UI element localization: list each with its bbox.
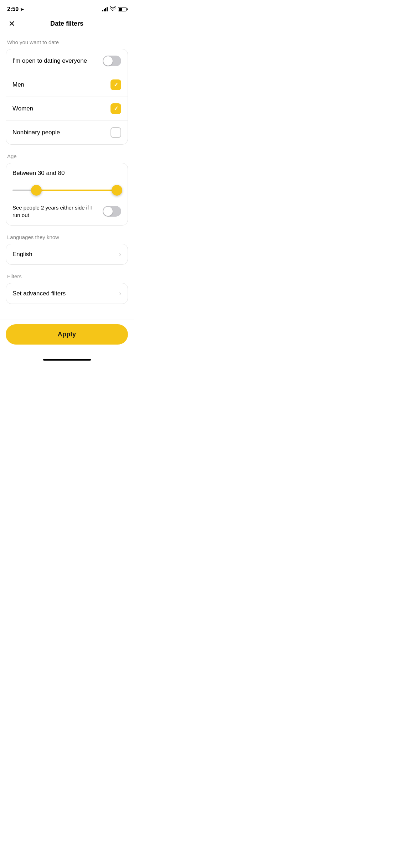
slider-track <box>12 190 121 191</box>
signal-icon <box>102 7 108 11</box>
header: ✕ Date filters <box>0 16 134 32</box>
page-title: Date filters <box>50 20 83 27</box>
home-bar <box>43 359 91 361</box>
age-slider[interactable] <box>12 183 121 197</box>
filters-card: Set advanced filters › <box>6 283 128 304</box>
women-label: Women <box>12 105 33 112</box>
slider-thumb-max[interactable] <box>112 185 122 196</box>
open-to-everyone-label: I'm open to dating everyone <box>12 57 87 64</box>
age-extend-label: See people 2 years either side if I run … <box>12 204 103 219</box>
chevron-right-icon: › <box>119 250 121 258</box>
home-indicator <box>0 356 134 365</box>
age-extend-toggle-thumb <box>103 207 113 216</box>
who-card: I'm open to dating everyone Men ✓ Women … <box>6 49 128 145</box>
age-range-label: Between 30 and 80 <box>12 170 121 177</box>
men-checkbox[interactable]: ✓ <box>110 79 121 90</box>
time-display: 2:50 <box>7 6 19 12</box>
status-icons <box>102 6 127 12</box>
apply-button[interactable]: Apply <box>6 324 128 345</box>
who-section-label: Who you want to date <box>6 39 128 45</box>
men-row: Men ✓ <box>6 73 128 97</box>
age-extend-toggle[interactable] <box>103 206 121 217</box>
women-row: Women ✓ <box>6 97 128 121</box>
languages-row[interactable]: English › <box>6 244 128 264</box>
content-area: Who you want to date I'm open to dating … <box>0 32 134 320</box>
location-arrow-icon: ➤ <box>20 7 24 12</box>
age-card: Between 30 and 80 See people 2 years eit… <box>6 163 128 226</box>
languages-card: English › <box>6 244 128 265</box>
battery-icon <box>118 7 127 11</box>
wifi-icon <box>110 6 116 12</box>
advanced-filters-row[interactable]: Set advanced filters › <box>6 283 128 304</box>
apply-section: Apply <box>0 320 134 356</box>
status-time: 2:50 ➤ <box>7 6 24 12</box>
toggle-thumb <box>103 56 113 66</box>
advanced-filters-label: Set advanced filters <box>12 290 66 297</box>
languages-section-label: Languages they know <box>6 234 128 240</box>
slider-thumb-min[interactable] <box>31 185 42 196</box>
filters-chevron-right-icon: › <box>119 290 121 297</box>
open-to-everyone-toggle[interactable] <box>103 56 121 66</box>
age-extend-row: See people 2 years either side if I run … <box>12 204 121 219</box>
open-to-everyone-row: I'm open to dating everyone <box>6 49 128 73</box>
men-checkmark: ✓ <box>114 82 118 88</box>
languages-value: English <box>12 251 32 258</box>
women-checkmark: ✓ <box>114 106 118 112</box>
men-label: Men <box>12 81 24 88</box>
women-checkbox[interactable]: ✓ <box>110 103 121 114</box>
close-button[interactable]: ✕ <box>7 18 16 30</box>
nonbinary-label: Nonbinary people <box>12 129 60 136</box>
nonbinary-row: Nonbinary people <box>6 121 128 144</box>
status-bar: 2:50 ➤ <box>0 0 134 16</box>
nonbinary-checkbox[interactable] <box>110 127 121 138</box>
age-section-label: Age <box>6 153 128 159</box>
slider-fill <box>36 190 117 191</box>
filters-section-label: Filters <box>6 273 128 279</box>
